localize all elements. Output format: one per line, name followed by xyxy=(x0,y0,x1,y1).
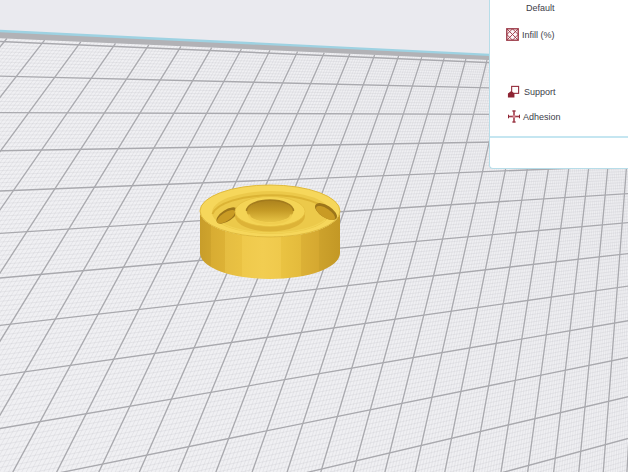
object-list-toggle[interactable]: Object list xyxy=(2,465,92,472)
adhesion-icon xyxy=(508,110,520,123)
setting-row-support[interactable]: Support xyxy=(507,85,556,98)
profile-label[interactable]: Default xyxy=(526,3,555,13)
panel-divider xyxy=(490,136,628,138)
infill-icon xyxy=(506,28,519,41)
setting-label-infill: Infill (%) xyxy=(522,30,555,40)
model-bearing[interactable] xyxy=(200,185,340,279)
setting-label-adhesion: Adhesion xyxy=(523,112,561,122)
print-settings-panel: Default Infill (%) Support xyxy=(489,0,628,169)
setting-row-adhesion[interactable]: Adhesion xyxy=(508,110,561,123)
setting-row-infill[interactable]: Infill (%) xyxy=(506,28,555,41)
setting-label-support: Support xyxy=(524,87,556,97)
support-icon xyxy=(507,85,520,98)
